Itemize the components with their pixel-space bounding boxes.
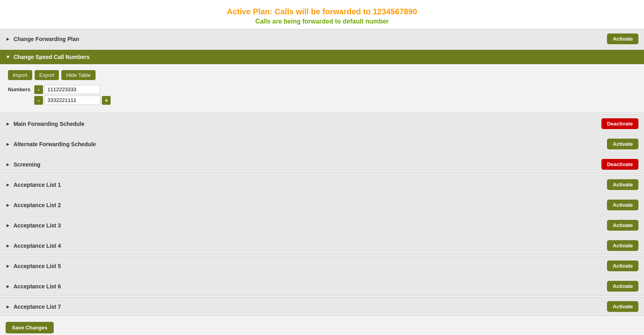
section-label-acceptance-list-6: Acceptance List 6 [14, 283, 607, 290]
section-row-change-forwarding-plan[interactable]: ►Change Forwarding PlanActivate [0, 29, 644, 49]
toggle-icon-acceptance-list-4: ► [6, 243, 10, 249]
footer-bar: Save Changes [0, 317, 644, 335]
section-label-acceptance-list-3: Acceptance List 3 [14, 222, 607, 229]
toggle-icon-acceptance-list-6: ► [6, 284, 10, 289]
save-changes-button[interactable]: Save Changes [6, 322, 54, 333]
activate-button-acceptance-list-3[interactable]: Activate [607, 220, 638, 231]
toggle-icon-main-forwarding-schedule: ► [6, 121, 10, 127]
section-label-main-forwarding-schedule: Main Forwarding Schedule [14, 121, 601, 127]
number-row-1: -+ [34, 96, 111, 105]
number-row-0: - [34, 85, 111, 94]
active-plan-title: Active Plan: Calls will be forwarded to … [0, 7, 644, 16]
section-label-acceptance-list-7: Acceptance List 7 [14, 304, 607, 310]
toggle-icon-acceptance-list-5: ► [6, 263, 10, 269]
deactivate-button-screening[interactable]: Deactivate [601, 159, 638, 170]
section-row-acceptance-list-1[interactable]: ►Acceptance List 1Activate [0, 175, 644, 194]
number-input-0[interactable] [45, 85, 100, 94]
hide-table-button[interactable]: Hide Table [61, 70, 95, 80]
activate-button-acceptance-list-2[interactable]: Activate [607, 200, 638, 210]
toggle-icon-change-forwarding-plan: ► [6, 36, 10, 42]
speed-call-toolbar: ImportExportHide Table [8, 70, 636, 80]
speed-call-body: ImportExportHide TableNumbers--+ [0, 65, 644, 113]
section-row-acceptance-list-4[interactable]: ►Acceptance List 4Activate [0, 236, 644, 255]
section-label-change-speed-call-numbers: Change Speed Call Numbers [14, 54, 638, 60]
toggle-icon-change-speed-call-numbers: ▼ [6, 54, 10, 60]
section-row-main-forwarding-schedule[interactable]: ►Main Forwarding ScheduleDeactivate [0, 114, 644, 133]
toggle-icon-acceptance-list-7: ► [6, 304, 10, 310]
section-label-screening: Screening [14, 161, 601, 168]
add-number-button[interactable]: + [102, 96, 111, 105]
activate-button-acceptance-list-4[interactable]: Activate [607, 240, 638, 251]
activate-button-acceptance-list-6[interactable]: Activate [607, 281, 638, 292]
remove-number-button-0[interactable]: - [34, 85, 43, 94]
empty-cell-0 [102, 85, 111, 94]
remove-number-button-1[interactable]: - [34, 96, 43, 105]
section-label-acceptance-list-2: Acceptance List 2 [14, 202, 607, 208]
numbers-section: Numbers--+ [8, 85, 636, 105]
import-button[interactable]: Import [8, 70, 32, 80]
numbers-list: --+ [34, 85, 111, 105]
export-button[interactable]: Export [35, 70, 59, 80]
section-row-screening[interactable]: ►ScreeningDeactivate [0, 155, 644, 174]
toggle-icon-acceptance-list-1: ► [6, 182, 10, 188]
page-header: Active Plan: Calls will be forwarded to … [0, 0, 644, 29]
section-row-alternate-forwarding-schedule[interactable]: ►Alternate Forwarding ScheduleActivate [0, 134, 644, 154]
number-input-1[interactable] [45, 96, 100, 105]
toggle-icon-screening: ► [6, 162, 10, 167]
numbers-label: Numbers [8, 86, 30, 92]
activate-button-acceptance-list-1[interactable]: Activate [607, 179, 638, 190]
section-label-change-forwarding-plan: Change Forwarding Plan [14, 36, 607, 42]
deactivate-button-main-forwarding-schedule[interactable]: Deactivate [601, 118, 638, 129]
toggle-icon-acceptance-list-2: ► [6, 202, 10, 208]
activate-button-acceptance-list-5[interactable]: Activate [607, 261, 638, 271]
section-row-acceptance-list-2[interactable]: ►Acceptance List 2Activate [0, 195, 644, 215]
toggle-icon-acceptance-list-3: ► [6, 223, 10, 228]
section-row-acceptance-list-7[interactable]: ►Acceptance List 7Activate [0, 297, 644, 316]
section-label-acceptance-list-1: Acceptance List 1 [14, 182, 607, 188]
section-label-alternate-forwarding-schedule: Alternate Forwarding Schedule [14, 141, 607, 147]
activate-button-acceptance-list-7[interactable]: Activate [607, 301, 638, 312]
section-row-acceptance-list-3[interactable]: ►Acceptance List 3Activate [0, 215, 644, 235]
activate-button-alternate-forwarding-schedule[interactable]: Activate [607, 139, 638, 149]
section-row-acceptance-list-5[interactable]: ►Acceptance List 5Activate [0, 256, 644, 276]
activate-button-change-forwarding-plan[interactable]: Activate [607, 33, 638, 44]
section-label-acceptance-list-5: Acceptance List 5 [14, 263, 607, 269]
section-row-acceptance-list-6[interactable]: ►Acceptance List 6Activate [0, 276, 644, 296]
toggle-icon-alternate-forwarding-schedule: ► [6, 141, 10, 147]
forwarding-subtitle: Calls are being forwarded to default num… [0, 18, 644, 25]
section-label-acceptance-list-4: Acceptance List 4 [14, 243, 607, 249]
section-row-change-speed-call-numbers[interactable]: ▼Change Speed Call Numbers [0, 49, 644, 65]
